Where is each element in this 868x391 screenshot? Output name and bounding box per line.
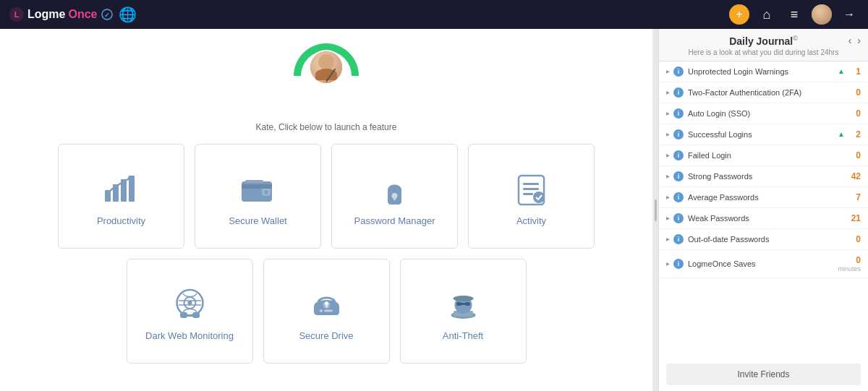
svg-rect-32 <box>324 309 333 311</box>
item-0-info: i <box>673 66 684 77</box>
item-4-bullet[interactable]: ▸ <box>666 151 670 159</box>
gauge-widget <box>294 43 359 83</box>
darkweb-icon <box>170 285 210 325</box>
menu-button[interactable]: ≡ <box>784 4 804 25</box>
journal-header: ‹ › Daily Journal© Here is a look at wha… <box>659 29 868 61</box>
journal-item-2[interactable]: ▸ i Auto Login (SSO) 0 <box>659 103 868 124</box>
item-5-count: 42 <box>846 171 861 181</box>
home-button[interactable]: ⌂ <box>757 4 777 25</box>
item-7-info: i <box>673 213 684 223</box>
journal-item-6[interactable]: ▸ i Average Passwords 7 <box>659 187 868 208</box>
feature-card-activity[interactable]: Activity <box>468 144 595 249</box>
secure-wallet-label: Secure Wallet <box>229 215 286 226</box>
journal-item-9[interactable]: ▸ i LogmeOnce Saves 0 minutes <box>659 250 868 278</box>
svg-rect-36 <box>456 302 461 306</box>
journal-nav: ‹ › <box>847 35 862 46</box>
item-7-count: 21 <box>846 213 861 223</box>
verified-badge-icon: ✓ <box>101 9 113 20</box>
profile-section: Kate, Click below to launch a feature <box>256 43 397 132</box>
signout-button[interactable]: → <box>839 4 859 25</box>
journal-item-1[interactable]: ▸ i Two-Factor Authentication (2FA) 0 <box>659 82 868 103</box>
item-5-info: i <box>673 171 684 181</box>
svg-rect-27 <box>192 312 200 318</box>
item-3-info: i <box>673 129 684 139</box>
svg-point-23 <box>187 301 192 305</box>
item-8-info: i <box>673 234 684 244</box>
feature-card-password-manager[interactable]: Password Manager <box>331 144 458 249</box>
item-0-count: 1 <box>846 66 861 77</box>
item-3-arrow: ▲ <box>838 130 845 138</box>
item-6-info: i <box>673 192 684 202</box>
item-4-count: 0 <box>846 150 861 160</box>
item-7-bullet[interactable]: ▸ <box>666 214 670 222</box>
item-6-bullet[interactable]: ▸ <box>666 193 670 201</box>
main-layout: Kate, Click below to launch a feature Pr… <box>0 29 868 391</box>
password-icon <box>375 170 414 210</box>
item-9-info: i <box>673 259 684 269</box>
journal-item-3[interactable]: ▸ i Successful Logins ▲ 2 <box>659 124 868 145</box>
secure-drive-label: Secure Drive <box>299 330 353 341</box>
item-1-bullet[interactable]: ▸ <box>666 88 670 96</box>
journal-item-5[interactable]: ▸ i Strong Passwords 42 <box>659 166 868 187</box>
svg-rect-26 <box>180 312 187 318</box>
item-5-label: Strong Passwords <box>688 172 846 181</box>
item-8-count: 0 <box>846 234 861 244</box>
feature-card-secure-wallet[interactable]: Secure Wallet <box>195 144 321 249</box>
journal-panel: ‹ › Daily Journal© Here is a look at wha… <box>658 29 868 391</box>
journal-item-7[interactable]: ▸ i Weak Passwords 21 <box>659 208 868 229</box>
panel-divider <box>652 29 658 391</box>
invite-friends-button[interactable]: Invite Friends <box>666 364 861 385</box>
journal-item-0[interactable]: ▸ i Unprotected Login Warnings ▲ 1 <box>659 61 868 82</box>
svg-point-8 <box>128 176 132 180</box>
drive-icon <box>307 285 346 325</box>
feature-card-dark-web[interactable]: Dark Web Monitoring <box>127 259 253 364</box>
item-9-label: LogmeOnce Saves <box>688 259 838 268</box>
app-logo[interactable]: L Logme Once ✓ <box>9 7 113 22</box>
feature-card-anti-theft[interactable]: Anti-Theft <box>400 259 527 364</box>
journal-item-8[interactable]: ▸ i Out-of-date Passwords 0 <box>659 229 868 250</box>
item-6-label: Average Passwords <box>688 193 846 202</box>
logo-icon: L <box>9 7 25 22</box>
svg-rect-19 <box>523 193 533 195</box>
item-7-label: Weak Passwords <box>688 214 846 223</box>
wallet-icon <box>238 170 278 210</box>
item-2-label: Auto Login (SSO) <box>688 109 846 118</box>
activity-icon <box>511 170 551 210</box>
journal-prev-btn[interactable]: ‹ <box>847 35 854 46</box>
item-9-bullet[interactable]: ▸ <box>666 259 670 267</box>
svg-point-39 <box>453 296 473 301</box>
item-4-info: i <box>673 150 684 160</box>
avatar-head <box>318 54 334 70</box>
svg-rect-10 <box>242 184 272 189</box>
svg-rect-38 <box>461 303 466 305</box>
item-3-bullet[interactable]: ▸ <box>666 130 670 138</box>
antitheft-icon <box>443 285 483 325</box>
activity-label: Activity <box>516 215 546 226</box>
journal-subtitle: Here is a look at what you did during la… <box>668 48 859 56</box>
item-1-count: 0 <box>846 87 861 98</box>
svg-point-31 <box>320 309 323 312</box>
svg-rect-17 <box>523 183 539 185</box>
topnav-left: L Logme Once ✓ 🌐 <box>9 6 137 23</box>
add-button[interactable]: + <box>729 4 749 25</box>
item-5-bullet[interactable]: ▸ <box>666 172 670 180</box>
item-0-label: Unprotected Login Warnings <box>688 67 838 76</box>
logo-once: Once <box>68 8 97 21</box>
svg-rect-37 <box>465 302 470 306</box>
item-3-label: Successful Logins <box>688 130 838 139</box>
anti-theft-label: Anti-Theft <box>443 330 483 341</box>
item-2-bullet[interactable]: ▸ <box>666 109 670 117</box>
feature-card-secure-drive[interactable]: Secure Drive <box>263 259 390 364</box>
divider-handle <box>655 199 657 221</box>
item-0-arrow: ▲ <box>838 67 845 75</box>
topnav: L Logme Once ✓ 🌐 + ⌂ ≡ → <box>0 0 868 29</box>
svg-rect-15 <box>393 196 396 200</box>
feature-card-productivity[interactable]: Productivity <box>58 144 184 249</box>
user-avatar[interactable] <box>812 4 832 25</box>
svg-point-12 <box>265 190 268 194</box>
journal-next-btn[interactable]: › <box>856 35 862 46</box>
item-0-bullet[interactable]: ▸ <box>666 67 670 75</box>
journal-item-4[interactable]: ▸ i Failed Login 0 <box>659 145 868 166</box>
item-8-bullet[interactable]: ▸ <box>666 235 670 243</box>
globe-icon[interactable]: 🌐 <box>119 6 137 23</box>
